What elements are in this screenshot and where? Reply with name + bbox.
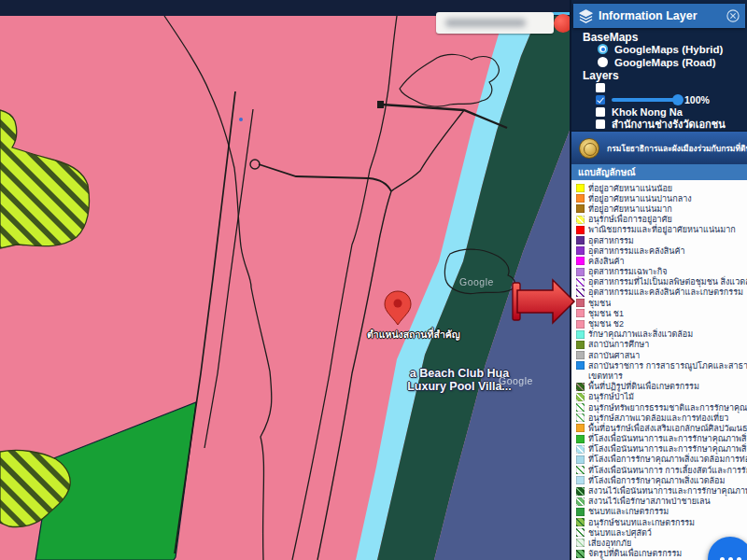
legend-swatch — [576, 226, 585, 234]
agency-banner: กรมโยธาธิการและผังเมืองร่วมกับกรมที่ดิน — [571, 131, 747, 165]
legend-swatch — [576, 466, 585, 474]
legend-swatch — [576, 550, 585, 558]
legend-swatch — [576, 383, 585, 391]
basemap-option-label: GoogleMaps (Hybrid) — [614, 44, 723, 55]
legend-swatch — [576, 413, 585, 422]
basemap-option-label: GoogleMaps (Road) — [614, 57, 716, 68]
legend-swatch — [576, 528, 585, 537]
app-root: { "map": { "labels": { "poi": "ตำแหน่งสถ… — [0, 0, 747, 560]
basemap-option[interactable]: GoogleMaps (Hybrid) — [598, 43, 723, 55]
checkbox-icon[interactable] — [596, 119, 605, 129]
radio-icon[interactable] — [598, 57, 608, 67]
search-action-button[interactable] — [554, 14, 570, 33]
legend-heading: แถบสัญลักษณ์ — [571, 164, 747, 180]
map-search-box[interactable] — [436, 12, 554, 34]
legend-swatch — [576, 330, 585, 339]
google-watermark: Google — [459, 276, 494, 287]
pier-head — [377, 101, 384, 108]
checkbox-checked-icon[interactable] — [596, 95, 605, 105]
legend-swatch — [576, 246, 585, 255]
legend-swatch — [576, 455, 585, 464]
layer-row[interactable]: สำนักงานช่างรังวัดเอกชน — [596, 119, 726, 130]
basemaps-heading: BaseMaps — [583, 31, 638, 44]
radio-selected-icon[interactable] — [598, 44, 608, 54]
legend-swatch — [576, 204, 585, 213]
basemap-option[interactable]: GoogleMaps (Road) — [598, 56, 716, 68]
panel-header: Information Layer — [573, 4, 745, 28]
layer-row[interactable]: 100% — [596, 94, 710, 105]
legend-swatch — [576, 539, 585, 547]
layer-row[interactable] — [596, 82, 612, 93]
agency-emblem-icon — [579, 138, 599, 159]
legend-swatch — [576, 403, 585, 412]
opacity-slider[interactable] — [612, 98, 679, 102]
blurred-search-text — [445, 19, 526, 27]
legend-swatch — [576, 508, 585, 516]
legend-swatch — [576, 236, 585, 245]
checkbox-icon[interactable] — [596, 107, 605, 117]
legend-swatch — [576, 184, 585, 192]
legend-swatch — [576, 424, 585, 432]
legend-swatch — [576, 194, 585, 203]
legend-swatch — [576, 497, 585, 506]
legend-label: อุตสาหกรรมและคลังสินค้าและเกษตรกรรม — [588, 286, 743, 299]
legend-swatch — [576, 257, 585, 265]
legend-list: ที่อยู่อาศัยหนาแน่นน้อยที่อยู่อาศัยหนาแน… — [571, 180, 747, 560]
legend-swatch — [576, 268, 585, 276]
red-arrow-annotation — [509, 276, 579, 327]
legend-swatch — [576, 435, 585, 443]
layers-icon — [579, 9, 593, 23]
legend-swatch — [576, 216, 585, 224]
legend-swatch — [576, 351, 585, 359]
google-watermark: Google — [499, 375, 533, 386]
layers-heading: Layers — [583, 69, 619, 82]
map-canvas[interactable]: ตำแหน่งสถานที่สำคัญ a Beach Club Hua Lux… — [0, 0, 570, 560]
legend-swatch — [576, 445, 585, 454]
legend-swatch — [576, 487, 585, 496]
legend-swatch — [576, 393, 585, 401]
checkbox-icon[interactable] — [596, 83, 605, 92]
close-icon[interactable] — [726, 9, 740, 22]
gps-dot — [239, 118, 243, 121]
legend-swatch — [576, 518, 585, 526]
panel-title: Information Layer — [599, 9, 726, 22]
agency-banner-text: กรมโยธาธิการและผังเมืองร่วมกับกรมที่ดิน — [607, 142, 747, 155]
slider-knob[interactable] — [672, 94, 684, 105]
slider-value: 100% — [684, 94, 710, 105]
legend-swatch — [576, 361, 585, 370]
legend-swatch — [576, 341, 585, 349]
information-layer-panel: Information Layer BaseMaps GoogleMaps (H… — [570, 0, 747, 560]
poi-label: ตำแหน่งสถานที่สำคัญ — [367, 327, 460, 343]
legend-swatch — [576, 476, 585, 484]
